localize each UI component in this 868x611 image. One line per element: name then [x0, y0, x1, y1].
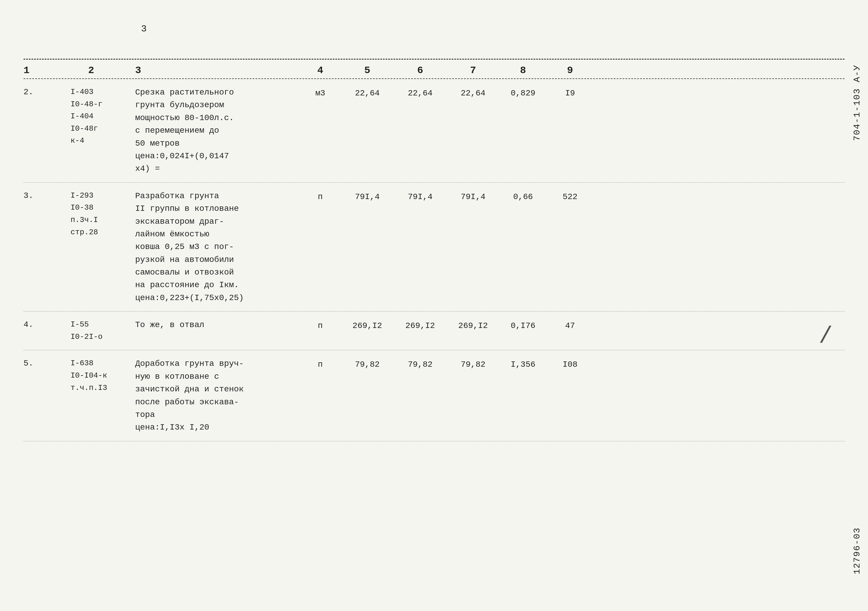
row-1-v7: 22,64 [446, 86, 499, 99]
row-3-desc: То же, в отвал [135, 319, 300, 331]
row-4-v9: I08 [547, 357, 594, 371]
row-3-unit: п [300, 319, 341, 332]
row-4-v5: 79,82 [341, 357, 394, 371]
col-header-5: 5 [341, 65, 394, 76]
col-header-4: 4 [300, 65, 341, 76]
row-1-code: I-403 I0-48-г I-404 I0-48г к-4 [71, 86, 135, 147]
row-3-v9: 47 [547, 319, 594, 332]
row-2-v5: 79I,4 [341, 190, 394, 203]
row-1-v8: 0,829 [499, 86, 547, 99]
col-header-1: 1 [23, 65, 88, 76]
right-label-bottom: 12796-03 [852, 527, 862, 576]
table-row: 4. I-55 I0-2I-о То же, в отвал п 269,I2 … [23, 311, 845, 350]
row-1-num: 2. [23, 86, 71, 98]
row-4-v7: 79,82 [446, 357, 499, 371]
top-mark: 3 [141, 23, 147, 34]
col-header-7: 7 [446, 65, 499, 76]
row-4-v6: 79,82 [394, 357, 446, 371]
table-row: 5. I-638 I0-I04-к т.ч.п.I3 Доработка гру… [23, 350, 845, 441]
right-label-top: 704-1-103 А-У [852, 65, 862, 142]
col-header-9: 9 [547, 65, 594, 76]
row-3-code: I-55 I0-2I-о [71, 319, 135, 343]
row-3-v6: 269,I2 [394, 319, 446, 332]
row-4-code: I-638 I0-I04-к т.ч.п.I3 [71, 357, 135, 394]
row-2-unit: п [300, 190, 341, 203]
row-3-v5: 269,I2 [341, 319, 394, 332]
row-4-desc: Доработка грунта вруч- ную в котловане с… [135, 357, 300, 434]
row-2-v6: 79I,4 [394, 190, 446, 203]
row-4-num: 5. [23, 357, 71, 370]
col-header-8: 8 [499, 65, 547, 76]
row-1-v9: I9 [547, 86, 594, 99]
row-4-v8: I,356 [499, 357, 547, 371]
row-3-v8: 0,I76 [499, 319, 547, 332]
row-1-desc: Срезка растительного грунта бульдозером … [135, 86, 300, 175]
row-1-unit: м3 [300, 86, 341, 99]
column-headers-row: 1 2 3 4 5 6 7 8 9 [23, 60, 845, 79]
row-2-v9: 522 [547, 190, 594, 203]
table-row: 3. I-293 I0-38 п.3ч.I стр.28 Разработка … [23, 183, 845, 312]
col-header-3: 3 [135, 65, 300, 76]
row-2-desc: Разработка грунта II группы в котловане … [135, 190, 300, 305]
content-area: 1 2 3 4 5 6 7 8 9 2. I-403 I0-48-г I-404… [23, 59, 845, 588]
row-3-v7: 269,I2 [446, 319, 499, 332]
row-1-v6: 22,64 [394, 86, 446, 99]
row-1-v5: 22,64 [341, 86, 394, 99]
row-3-num: 4. [23, 319, 71, 331]
row-2-v8: 0,66 [499, 190, 547, 203]
row-2-num: 3. [23, 190, 71, 202]
col-header-2: 2 [88, 65, 135, 76]
row-4-unit: п [300, 357, 341, 371]
table-row: 2. I-403 I0-48-г I-404 I0-48г к-4 Срезка… [23, 79, 845, 183]
page: 3 1 2 3 4 5 6 7 8 9 2. I-403 I0-48-г I-4… [0, 0, 868, 611]
row-2-v7: 79I,4 [446, 190, 499, 203]
row-2-code: I-293 I0-38 п.3ч.I стр.28 [71, 190, 135, 238]
slash-decoration: / [818, 323, 833, 350]
col-header-6: 6 [394, 65, 446, 76]
